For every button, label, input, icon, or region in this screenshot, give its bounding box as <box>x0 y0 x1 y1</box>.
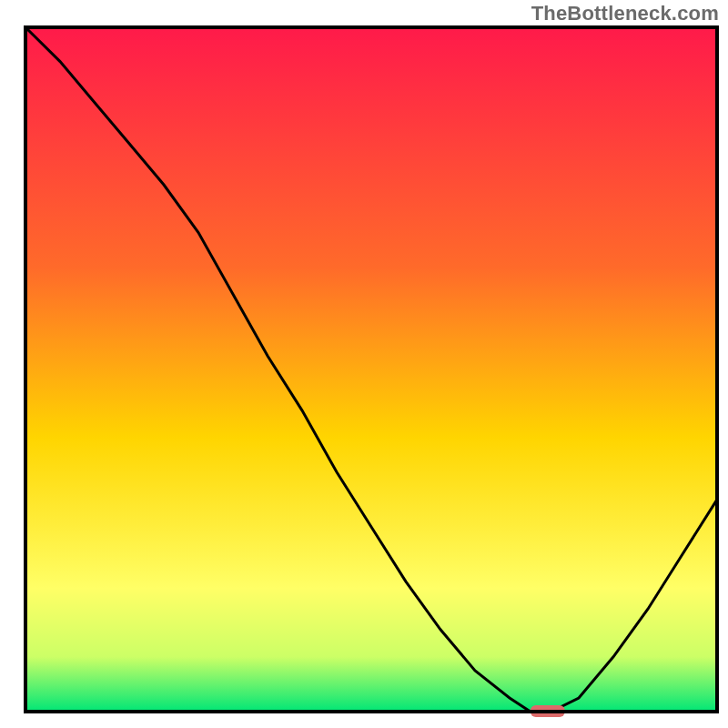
plot-area <box>25 27 717 717</box>
bottleneck-chart: TheBottleneck.com <box>0 0 728 728</box>
gradient-background <box>25 27 717 712</box>
chart-svg <box>0 0 728 728</box>
